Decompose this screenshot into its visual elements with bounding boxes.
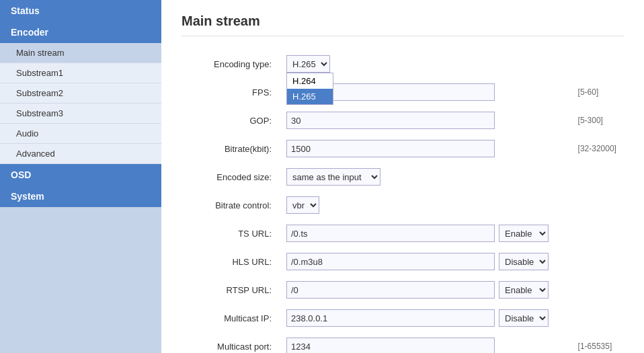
multicast-port-input[interactable] [286,338,495,353]
rtsp-url-input[interactable] [286,281,495,299]
ts-url-toggle-select[interactable]: Enable Disable [499,225,549,242]
fps-label: FPS: [182,78,282,106]
hls-url-extra [571,247,624,276]
bitrate-control-range [571,191,624,219]
sidebar-item-main-stream[interactable]: Main stream [0,43,161,63]
gop-range: [5-300] [571,106,624,134]
settings-form: Encoding type: H.264 H.265 H.264 H.265 [182,50,624,353]
encoding-type-dropdown-container: H.264 H.265 H.264 H.265 [286,55,330,73]
bitrate-cell [282,134,571,163]
encoding-type-cell: H.264 H.265 H.264 H.265 [282,50,571,78]
ts-url-input[interactable] [286,225,495,242]
gop-row: GOP: [5-300] [182,106,624,134]
multicast-ip-row: Multicast IP: Enable Disable [182,304,624,332]
multicast-ip-group: Enable Disable [286,309,567,327]
hls-url-group: Enable Disable [286,253,567,270]
multicast-ip-cell: Enable Disable [282,304,571,332]
rtsp-url-cell: Enable Disable [282,276,571,304]
main-content: Main stream Encoding type: H.264 H.265 H… [161,0,644,353]
dropdown-option-h265[interactable]: H.265 [287,89,333,104]
multicast-ip-extra [571,304,624,332]
multicast-ip-toggle-select[interactable]: Enable Disable [499,309,549,327]
encoding-type-label: Encoding type: [182,50,282,78]
multicast-port-cell [282,332,571,353]
ts-url-extra [571,219,624,247]
rtsp-url-group: Enable Disable [286,281,567,299]
bitrate-control-cell: vbr cbr [282,191,571,219]
rtsp-url-label: RTSP URL: [182,276,282,304]
bitrate-input[interactable] [286,140,495,157]
bitrate-control-label: Bitrate control: [182,191,282,219]
bitrate-label: Bitrate(kbit): [182,134,282,163]
dropdown-option-h264[interactable]: H.264 [287,73,333,89]
gop-input[interactable] [286,112,495,129]
encoded-size-select[interactable]: same as the input [286,168,380,186]
ts-url-cell: Enable Disable [282,219,571,247]
sidebar-item-substream2[interactable]: Substream2 [0,83,161,104]
bitrate-row: Bitrate(kbit): [32-32000] [182,134,624,163]
multicast-ip-input[interactable] [286,309,495,327]
ts-url-label: TS URL: [182,219,282,247]
hls-url-row: HLS URL: Enable Disable [182,247,624,276]
sidebar-section-system[interactable]: System [0,186,161,207]
bitrate-control-row: Bitrate control: vbr cbr [182,191,624,219]
encoding-type-row: Encoding type: H.264 H.265 H.264 H.265 [182,50,624,78]
sidebar-item-advanced[interactable]: Advanced [0,144,161,164]
rtsp-url-row: RTSP URL: Enable Disable [182,276,624,304]
page-title: Main stream [182,13,624,36]
gop-cell [282,106,571,134]
hls-url-input[interactable] [286,253,495,270]
multicast-port-label: Multicast port: [182,332,282,353]
multicast-ip-label: Multicast IP: [182,304,282,332]
encoding-type-select[interactable]: H.264 H.265 [286,55,330,73]
sidebar-item-audio[interactable]: Audio [0,124,161,144]
bitrate-range: [32-32000] [571,134,624,163]
fps-range: [5-60] [571,78,624,106]
gop-label: GOP: [182,106,282,134]
rtsp-url-extra [571,276,624,304]
sidebar-item-substream3[interactable]: Substream3 [0,104,161,124]
ts-url-group: Enable Disable [286,225,567,242]
sidebar-section-osd[interactable]: OSD [0,164,161,186]
encoding-type-dropdown-list: H.264 H.265 [286,73,333,105]
sidebar-section-status[interactable]: Status [0,0,161,22]
ts-url-row: TS URL: Enable Disable [182,219,624,247]
multicast-port-range: [1-65535] [571,332,624,353]
sidebar-item-substream1[interactable]: Substream1 [0,63,161,83]
encoded-size-cell: same as the input [282,163,571,191]
hls-url-label: HLS URL: [182,247,282,276]
hls-url-toggle-select[interactable]: Enable Disable [499,253,549,270]
encoded-size-label: Encoded size: [182,163,282,191]
hls-url-cell: Enable Disable [282,247,571,276]
rtsp-url-toggle-select[interactable]: Enable Disable [499,281,549,299]
sidebar-section-encoder[interactable]: Encoder [0,22,161,43]
encoded-size-range [571,163,624,191]
multicast-port-row: Multicast port: [1-65535] [182,332,624,353]
fps-row: FPS: [5-60] [182,78,624,106]
encoding-type-range [571,50,624,78]
sidebar: Status Encoder Main stream Substream1 Su… [0,0,161,353]
bitrate-control-select[interactable]: vbr cbr [286,196,319,214]
encoded-size-row: Encoded size: same as the input [182,163,624,191]
